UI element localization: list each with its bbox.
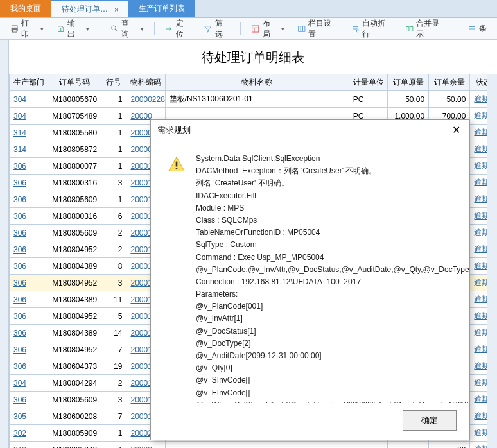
wrap-icon [351,24,360,33]
locate-button[interactable]: 定位 [159,15,196,42]
column-header[interactable]: 物料名称 [165,74,349,91]
search-icon [110,24,119,33]
cell: M180804952 [48,308,101,325]
cell: 11 [101,291,126,308]
cell: M180805609 [48,392,101,408]
cell[interactable]: 306 [10,291,48,308]
cell[interactable]: 306 [10,392,48,408]
column-header[interactable]: 物料编码 [126,74,165,91]
left-gutter [0,40,9,448]
tab-desktop[interactable]: 我的桌面 [0,0,51,17]
wrap-button[interactable]: 自动折行 [346,15,397,42]
cell: M180800316 [48,208,101,225]
cell: M180804389 [48,291,101,308]
column-header[interactable]: 计量单位 [349,74,387,91]
cell[interactable]: 306 [10,208,48,225]
cell: PC [349,91,387,108]
cell: 6 [101,208,126,225]
cell: M180805609 [48,191,101,208]
cell[interactable]: 304 [10,91,48,108]
cell[interactable]: 314 [10,125,48,141]
cell[interactable]: 20000228 [126,91,165,108]
svg-rect-4 [252,25,259,31]
cell: 8 [101,258,126,275]
cell: 1 [101,125,126,141]
cell[interactable]: 306 [10,158,48,175]
merge-icon [405,24,414,33]
cell: 2 [101,375,126,392]
cell: 1 [101,158,126,175]
svg-point-3 [112,25,116,30]
table-row[interactable]: 304M180805670120000228垫板/NS131006D201-01… [10,91,497,108]
cell[interactable]: 306 [10,258,48,275]
column-header[interactable]: 生产部门 [10,74,48,91]
cell[interactable]: 306 [10,225,48,241]
cell: M180804294 [48,375,101,392]
cell[interactable]: 305 [10,408,48,425]
column-header[interactable]: 行号 [101,74,126,91]
tab-pending-orders[interactable]: 待处理订单…× [51,0,128,17]
columns-button[interactable]: 栏目设置 [292,15,344,42]
cell[interactable]: 20002 [126,442,165,449]
funnel-icon [204,24,213,33]
list-icon [467,24,476,33]
cell[interactable]: 314 [10,141,48,158]
tab-production-orders[interactable]: 生产订单列表 [128,0,195,17]
svg-rect-0 [12,25,17,27]
svg-rect-7 [410,26,413,31]
cell: M180805909 [48,425,101,442]
page-title: 待处理订单明细表 [9,40,497,76]
cell[interactable]: 306 [10,241,48,258]
cell[interactable]: 306 [10,175,48,191]
more-button[interactable]: 条 [462,21,492,37]
cell [387,442,428,449]
cell: M180805609 [48,225,101,241]
dialog-ok-button[interactable]: 确定 [403,410,457,431]
cell[interactable]: 304 [10,375,48,392]
cell[interactable]: 313 [10,442,48,449]
vertical-scrollbar[interactable] [487,74,497,448]
cell: M180600208 [48,408,101,425]
cell: M180705489 [48,108,101,125]
column-header[interactable]: 订单原量 [387,74,428,91]
cell: M180800077 [48,158,101,175]
cell[interactable]: 306 [10,358,48,375]
dialog-close-button[interactable]: ✕ [449,124,463,136]
cell: 3 [101,175,126,191]
cell[interactable]: 302 [10,425,48,442]
cell: 1 [101,141,126,158]
cell: 7 [101,408,126,425]
cell: M180604373 [48,358,101,375]
output-button[interactable]: 输出▾ [51,15,95,42]
cell: 1 [101,191,126,208]
column-header[interactable]: 订单余量 [429,74,470,91]
cell[interactable]: 306 [10,191,48,208]
cell: M180804389 [48,258,101,275]
filter-button[interactable]: 筛选 [198,15,235,42]
cell: 1 [101,108,126,125]
cell: 3 [101,392,126,408]
cell[interactable]: 304 [10,108,48,125]
cell: M180805872 [48,141,101,158]
cell: M180804952 [48,241,101,258]
cell[interactable]: 306 [10,341,48,358]
svg-rect-9 [176,168,178,169]
cell: M180805670 [48,91,101,108]
layout-button[interactable]: 布局▾ [246,15,290,42]
cell: M180805580 [48,125,101,141]
cell[interactable]: 306 [10,308,48,325]
cell: 7 [101,341,126,358]
table-row[interactable]: 313M180805342120002.00逾期 [10,442,497,449]
cell[interactable]: 306 [10,325,48,341]
query-button[interactable]: 查询▾ [105,15,149,42]
cell [349,442,387,449]
dialog-message: System.Data.SqlClient.SqlException DACMe… [196,153,469,397]
export-icon [57,24,65,33]
close-icon[interactable]: × [114,6,118,13]
column-header[interactable]: 订单号码 [48,74,101,91]
cell[interactable]: 306 [10,275,48,291]
cell: .00 [429,442,470,449]
merge-button[interactable]: 合并显示 [400,15,451,42]
cell: M180804952 [48,341,101,358]
print-button[interactable]: 打印▾ [5,15,49,42]
